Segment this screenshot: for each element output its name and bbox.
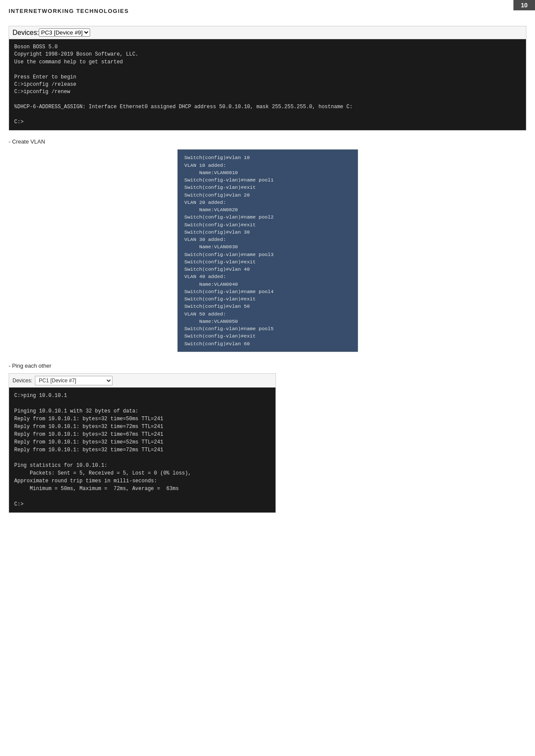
devices-label-top: Devices: bbox=[13, 29, 39, 37]
create-vlan-label: - Create VLAN bbox=[9, 138, 526, 145]
page-title: INTERNETWORKING TECHNOLOGIES bbox=[9, 8, 129, 14]
device-select-ping[interactable]: PC1 [Device #7] bbox=[35, 376, 113, 385]
page-number: 10 bbox=[513, 0, 535, 10]
device-select-top[interactable]: PC3 [Device #9] bbox=[39, 28, 90, 37]
ping-label: - Ping each other bbox=[9, 362, 526, 369]
devices-label-ping: Devices: bbox=[13, 378, 32, 384]
top-terminal: Boson BOSS 5.0 Copyright 1998-2019 Boson… bbox=[9, 39, 526, 130]
ping-terminal: C:>ping 10.0.10.1 Pinging 10.0.10.1 with… bbox=[9, 387, 275, 512]
vlan-terminal: Switch(config)#vlan 10 VLAN 10 added: Na… bbox=[178, 150, 358, 352]
top-device-section: Devices: PC3 [Device #9] Boson BOSS 5.0 … bbox=[9, 26, 526, 131]
ping-device-bar: Devices: PC1 [Device #7] bbox=[9, 374, 275, 387]
vlan-section: Switch(config)#vlan 10 VLAN 10 added: Na… bbox=[177, 149, 358, 352]
top-device-bar: Devices: PC3 [Device #9] bbox=[9, 26, 526, 39]
ping-device-section: Devices: PC1 [Device #7] C:>ping 10.0.10… bbox=[9, 373, 276, 513]
